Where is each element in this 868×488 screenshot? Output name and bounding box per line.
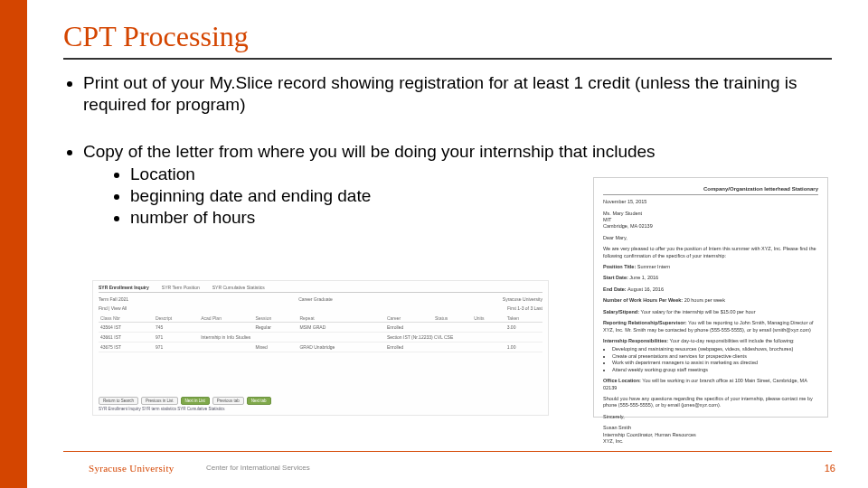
table-row: 43675 IST 971 Mixed GRAD Unabridge Enrol… bbox=[99, 343, 542, 352]
label: Number of Work Hours Per Week: bbox=[603, 297, 683, 303]
th-acadplan: Acad Plan bbox=[199, 314, 253, 323]
record-tab-1: SYR Enrollment Inquiry bbox=[99, 285, 149, 290]
cell bbox=[472, 343, 505, 352]
letter-salary: Salary/Stipend: Your salary for the inte… bbox=[603, 309, 818, 315]
cell bbox=[433, 323, 472, 333]
record-footer: Return to Search Previous in List Next i… bbox=[99, 397, 542, 411]
label: Reporting Relationship/Supervisor: bbox=[603, 320, 687, 325]
bullet-2-text: Copy of the letter from where you will b… bbox=[83, 142, 656, 161]
letter-address: Ms. Mary Student MIT Cambridge, MA 02139 bbox=[603, 211, 818, 230]
value: June 1, 2016 bbox=[629, 275, 658, 280]
syracuse-logo: Syracuse University bbox=[89, 463, 175, 474]
btn-next-list: Next in List bbox=[181, 397, 210, 405]
cell bbox=[472, 323, 505, 333]
letter-responsibilities: Internship Responsibilities: Your day-to… bbox=[603, 338, 818, 373]
record-table: Class Nbr Descript Acad Plan Session Rep… bbox=[99, 314, 542, 352]
th-repeat: Repeat bbox=[297, 314, 385, 323]
cell: Mixed bbox=[253, 343, 297, 352]
value: 20 hours per week bbox=[684, 297, 725, 303]
letter-header: Company/Organization letterhead Stationa… bbox=[603, 185, 818, 195]
letter-signoff: Sincerely, bbox=[603, 414, 818, 420]
th-descript: Descript bbox=[154, 314, 199, 323]
cell: Enrolled bbox=[385, 343, 433, 352]
th-session: Session bbox=[253, 314, 297, 323]
label: Salary/Stipend: bbox=[603, 309, 639, 314]
btn-return: Return to Search bbox=[99, 397, 138, 405]
cell: Enrolled bbox=[385, 323, 433, 333]
cell: 43675 IST bbox=[99, 343, 154, 352]
page-number: 16 bbox=[825, 463, 835, 474]
cell: GRAD Unabridge bbox=[297, 343, 385, 352]
cell: 745 bbox=[154, 323, 199, 333]
btn-prev-list: Previous in List bbox=[141, 397, 178, 405]
th-taken: Taken bbox=[505, 314, 542, 323]
letter-date: November 15, 2015 bbox=[603, 199, 818, 205]
record-pager-range: First 1-3 of 3 Last bbox=[507, 305, 542, 311]
table-row: 43564 IST 745 Regular MSIM GRAD Enrolled… bbox=[99, 323, 542, 333]
table-row: 43661 IST 971 Internship in Info Studies… bbox=[99, 333, 542, 343]
record-inst: Syracuse University bbox=[503, 296, 542, 302]
resp-item: Work with department managers to assist … bbox=[612, 360, 818, 366]
title-underline bbox=[63, 58, 832, 60]
record-term-row: Term Fall 2021 Career Graduate Syracuse … bbox=[99, 296, 542, 302]
label: Office Location: bbox=[603, 378, 641, 383]
record-footer-links: SYR Enrollment Inquiry SYR term statisti… bbox=[99, 407, 542, 411]
label: Start Date: bbox=[603, 275, 628, 280]
letter-closing: Should you have any questions regarding … bbox=[603, 396, 818, 409]
th-classnbr: Class Nbr bbox=[99, 314, 154, 323]
letter-start: Start Date: June 1, 2016 bbox=[603, 275, 818, 281]
letter-hours: Number of Work Hours Per Week: 20 hours … bbox=[603, 297, 818, 304]
letter-end: End Date: August 16, 2016 bbox=[603, 286, 818, 293]
letter-to1: Ms. Mary Student bbox=[603, 211, 818, 217]
footer-center-text: Center for International Services bbox=[206, 464, 310, 472]
accent-bar bbox=[0, 0, 27, 488]
btn-next-tab: Next tab bbox=[247, 397, 271, 405]
label: Position Title: bbox=[603, 264, 636, 269]
slide-title: CPT Processing bbox=[63, 20, 249, 53]
letter-reporting: Reporting Relationship/Supervisor: You w… bbox=[603, 320, 818, 333]
th-status: Status bbox=[433, 314, 472, 323]
cell: 43661 IST bbox=[99, 333, 154, 343]
record-pager-row: Find | View All First 1-3 of 3 Last bbox=[99, 305, 542, 311]
bullet-1: Print out of your My.Slice record showin… bbox=[83, 72, 832, 116]
record-tabs: SYR Enrollment Inquiry SYR Term Position… bbox=[99, 285, 542, 293]
record-tab-2: SYR Term Position bbox=[162, 285, 200, 290]
resp-item: Create oral presentations and services f… bbox=[612, 353, 818, 360]
cell: 3.00 bbox=[505, 323, 542, 333]
footer-divider bbox=[63, 451, 832, 452]
signer-name: Susan Smith bbox=[603, 425, 818, 431]
th-units: Units bbox=[472, 314, 505, 323]
record-career: Career Graduate bbox=[298, 296, 333, 302]
cell: MSIM GRAD bbox=[297, 323, 385, 333]
th-career2: Career bbox=[385, 314, 433, 323]
letter-to3: Cambridge, MA 02139 bbox=[603, 223, 818, 230]
value: August 16, 2016 bbox=[627, 286, 664, 292]
letter-intro: We are very pleased to offer you the pos… bbox=[603, 246, 818, 259]
internship-letter-image: Company/Organization letterhead Stationa… bbox=[593, 177, 828, 418]
slide: CPT Processing Print out of your My.Slic… bbox=[0, 0, 868, 488]
cell: 971 bbox=[154, 343, 199, 352]
record-term: Term Fall 2021 bbox=[99, 296, 128, 302]
letter-location: Office Location: You will be working in … bbox=[603, 378, 818, 391]
label: Internship Responsibilities: bbox=[603, 338, 668, 343]
value: Summer Intern bbox=[637, 264, 670, 269]
cell: Regular bbox=[253, 323, 297, 333]
cell: 1.00 bbox=[505, 343, 542, 352]
letter-signer: Susan Smith Internship Coordinator, Huma… bbox=[603, 425, 818, 445]
myslice-record-image: SYR Enrollment Inquiry SYR Term Position… bbox=[92, 280, 549, 416]
cell bbox=[199, 323, 253, 333]
record-pager-label: Find | View All bbox=[99, 305, 127, 311]
cell: 971 bbox=[154, 333, 199, 343]
cell: Internship in Info Studies bbox=[199, 333, 385, 343]
resp-item: Attend weekly working group staff meetin… bbox=[612, 367, 818, 373]
cell: Section IST (Nr.12233) CVL CSE bbox=[385, 333, 542, 343]
label: End Date: bbox=[603, 286, 627, 292]
resp-item: Developing and maintaining resources (we… bbox=[612, 346, 818, 352]
cell bbox=[433, 343, 472, 352]
letter-to2: MIT bbox=[603, 217, 818, 223]
value: Your salary for the internship will be $… bbox=[640, 309, 755, 314]
letter-greeting: Dear Mary, bbox=[603, 235, 818, 241]
record-tab-3: SYR Cumulative Statistics bbox=[212, 285, 265, 290]
cell bbox=[199, 343, 253, 352]
signer-title: Internship Coordinator, Human Resources bbox=[603, 432, 818, 438]
